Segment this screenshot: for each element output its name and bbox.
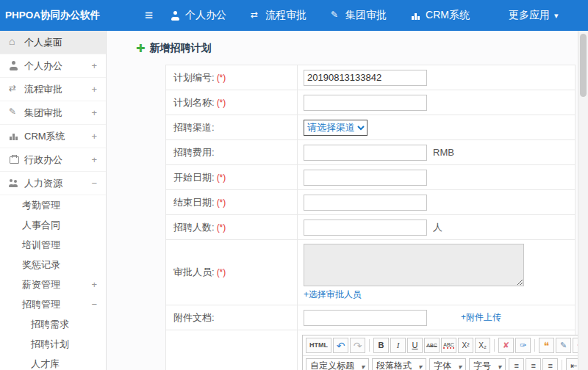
nav-icon [251, 11, 261, 21]
italic-button[interactable]: I [390, 338, 406, 353]
nav-group-approval[interactable]: 集团审批 [331, 9, 391, 22]
page-title-text: 新增招聘计划 [150, 42, 212, 55]
top-bar: PHPOA协同办公软件 个人办公 流程审批 集团审批 CRM系统 更多应用 ▾ [0, 0, 588, 31]
field-label: 审批人员: [173, 266, 215, 279]
field-label: 招聘人数: [173, 221, 215, 234]
expand-toggle-icon[interactable]: + [91, 131, 106, 142]
sidebar-item-label: 流程审批 [24, 83, 62, 96]
font-size-dropdown[interactable]: 字号 [469, 358, 506, 370]
format-painter-button[interactable]: ✑ [515, 338, 531, 353]
nav-crm[interactable]: CRM系统 [411, 9, 474, 22]
sidebar-item-icon [9, 108, 19, 117]
nav-label: 个人办公 [185, 9, 226, 22]
sidebar-item-attendance[interactable]: 考勤管理 [0, 195, 106, 215]
approver-textarea[interactable] [304, 244, 524, 286]
sidebar-item-training[interactable]: 培训管理 [0, 235, 106, 255]
main-layout: 个人桌面 个人办公 + 流程审批 + 集团审批 + CRM系统 + 行政办公 +… [0, 31, 588, 370]
caret-down-icon: ▾ [554, 11, 559, 21]
sidebar-item-process-approval[interactable]: 流程审批 + [0, 78, 106, 101]
align-left-button[interactable]: ≡ [509, 358, 524, 370]
sidebar-item-recruit-demand[interactable]: 招聘需求 [0, 314, 106, 334]
end-date-input[interactable] [304, 195, 427, 211]
plan-name-input[interactable] [304, 95, 427, 111]
undo-button[interactable]: ↶ [333, 338, 348, 353]
form-row-end-date: 结束日期:(*) [166, 190, 575, 215]
caret-down-icon [458, 361, 462, 370]
separator [534, 339, 535, 352]
form-row-channel: 招聘渠道: 请选择渠道 [166, 115, 575, 140]
field-label: 开始日期: [173, 171, 215, 184]
paragraph-format-dropdown[interactable]: 段落格式 [372, 358, 426, 370]
abc-button[interactable]: ABC [441, 338, 456, 353]
required-marker: (*) [217, 267, 226, 278]
nav-process-approval[interactable]: 流程审批 [251, 9, 311, 22]
expand-toggle-icon[interactable]: + [91, 84, 106, 95]
align-center-button[interactable]: ≡ [526, 358, 541, 370]
sidebar-item-desktop[interactable]: 个人桌面 [0, 31, 106, 54]
menu-toggle-icon[interactable] [145, 7, 153, 23]
nav-personal-office[interactable]: 个人办公 [171, 9, 231, 22]
sidebar-item-label: 考勤管理 [22, 199, 60, 212]
sidebar-item-salary[interactable]: 薪资管理 + [0, 275, 106, 294]
strikethrough-button[interactable]: ABC [424, 338, 440, 353]
vertical-scrollbar[interactable] [578, 31, 588, 370]
sidebar-item-group-approval[interactable]: 集团审批 + [0, 101, 106, 125]
sidebar-item-label: 个人办公 [24, 59, 62, 73]
nav-label: 集团审批 [345, 9, 387, 22]
form-row-attachment: 附件文档: +附件上传 [166, 305, 575, 330]
required-marker: (*) [217, 73, 226, 83]
attachment-upload-link[interactable]: +附件上传 [461, 311, 501, 324]
sidebar-item-label: 招聘计划 [31, 338, 69, 351]
superscript-button[interactable]: X² [458, 338, 473, 353]
attachment-input[interactable] [304, 310, 427, 326]
sidebar-item-icon [9, 37, 19, 47]
custom-title-dropdown[interactable]: 自定义标题 [306, 358, 369, 370]
blockquote-button[interactable]: ❝ [539, 338, 554, 353]
underline-button[interactable]: U [407, 338, 423, 353]
html-source-button[interactable]: HTML [306, 338, 331, 353]
subscript-button[interactable]: X₂ [475, 338, 490, 353]
start-date-input[interactable] [304, 170, 427, 186]
nav-label: 更多应用 [509, 9, 550, 22]
nav-more-apps[interactable]: 更多应用 ▾ [494, 9, 559, 22]
channel-select[interactable]: 请选择渠道 [304, 120, 368, 136]
redo-button[interactable]: ↷ [350, 338, 365, 353]
expand-toggle-icon[interactable]: + [91, 60, 106, 71]
plan-number-input[interactable] [304, 70, 427, 86]
sidebar-item-label: 薪资管理 [22, 278, 60, 291]
sidebar-item-contracts[interactable]: 人事合同 [0, 215, 106, 235]
sidebar-item-recruitment[interactable]: 招聘管理 − [0, 294, 106, 314]
form-row-fee: 招聘费用: RMB [166, 140, 575, 165]
sidebar-item-hr[interactable]: 人力资源 − [0, 172, 106, 195]
expand-toggle-icon[interactable]: + [91, 279, 106, 290]
align-right-button[interactable]: ≡ [542, 358, 558, 370]
sidebar-item-personal-office[interactable]: 个人办公 + [0, 54, 106, 78]
expand-toggle-icon[interactable]: + [91, 107, 106, 118]
sidebar-item-recruit-plan[interactable]: 招聘计划 [0, 334, 106, 354]
font-family-dropdown[interactable]: 字体 [429, 358, 466, 370]
headcount-input[interactable] [304, 220, 427, 236]
bold-button[interactable]: B [373, 338, 389, 353]
nav-icon [494, 11, 504, 21]
remove-format-button[interactable]: ✘ [498, 338, 514, 353]
expand-toggle-icon[interactable]: − [91, 299, 106, 310]
expand-toggle-icon[interactable]: − [91, 178, 106, 189]
sidebar-item-talent-pool[interactable]: 人才库 [0, 354, 106, 370]
sidebar-item-admin-office[interactable]: 行政办公 + [0, 148, 106, 172]
pencil-button[interactable]: ✎ [556, 338, 571, 353]
sidebar-item-crm[interactable]: CRM系统 + [0, 125, 106, 148]
sidebar-item-icon [9, 61, 19, 70]
fee-input[interactable] [304, 145, 427, 161]
form-row-details-editor: HTML ↶ ↷ B I U ABC ABC X² X₂ ✘ ✑ ❝ ✎ ❖ A… [166, 330, 575, 370]
sidebar-item-rewards[interactable]: 奖惩记录 [0, 255, 106, 275]
sidebar-item-label: 招聘需求 [31, 318, 69, 331]
nav-label: CRM系统 [426, 9, 470, 22]
form-row-start-date: 开始日期:(*) [166, 165, 575, 190]
required-marker: (*) [217, 197, 226, 208]
choose-approver-link[interactable]: +选择审批人员 [304, 289, 362, 301]
required-marker: (*) [217, 222, 226, 233]
expand-toggle-icon[interactable]: + [91, 154, 106, 165]
scrollbar-thumb[interactable] [580, 34, 587, 97]
editor-toolbar-row1: HTML ↶ ↷ B I U ABC ABC X² X₂ ✘ ✑ ❝ ✎ ❖ A… [303, 335, 588, 355]
nav-label: 流程审批 [265, 9, 306, 22]
